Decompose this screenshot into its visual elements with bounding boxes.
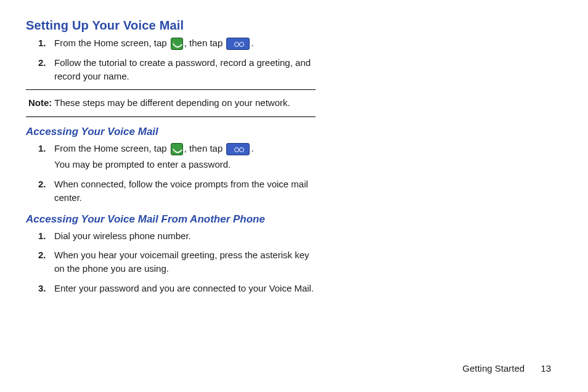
access-other-step-1: 1. Dial your wireless phone number. [54, 229, 316, 243]
phone-icon [171, 143, 183, 155]
step-text: When connected, follow the voice prompts… [54, 179, 308, 203]
step-number: 2. [38, 56, 46, 70]
access-step-2: 2. When connected, follow the voice prom… [54, 178, 316, 205]
step-text: Dial your wireless phone number. [54, 231, 191, 241]
footer-page-number: 13 [541, 363, 551, 374]
step-number: 3. [38, 282, 46, 295]
step-number: 1. [38, 142, 46, 155]
access-other-heading: Accessing Your Voice Mail From Another P… [26, 213, 316, 226]
step-number: 1. [38, 36, 46, 50]
step-text-part: From the Home screen, tap [54, 143, 169, 153]
setup-step-2: 2. Follow the tutorial to create a passw… [54, 56, 316, 83]
note-label: Note: [28, 97, 52, 108]
voicemail-icon [226, 143, 250, 155]
access-heading: Accessing Your Voice Mail [26, 126, 316, 138]
step-text: Enter your password and you are connecte… [54, 283, 314, 293]
step-text-part: . [251, 38, 253, 48]
step-number: 2. [38, 178, 46, 191]
footer-section: Getting Started [462, 363, 525, 374]
step-text-part: From the Home screen, tap [54, 38, 169, 48]
step-text-part: , then tap [184, 38, 226, 48]
note-block: Note: These steps may be different depen… [26, 89, 316, 118]
access-step-1: 1. From the Home screen, tap , then tap … [54, 142, 316, 171]
step-text: Follow the tutorial to create a password… [54, 57, 311, 81]
note-text: These steps may be different depending o… [52, 97, 290, 108]
setup-step-1: 1. From the Home screen, tap , then tap … [54, 36, 316, 50]
step-text-part: , then tap [184, 143, 226, 153]
voicemail-icon [226, 38, 250, 50]
step-subtext: You may be prompted to enter a password. [54, 158, 316, 171]
step-text-part: . [251, 143, 253, 153]
step-text: When you hear your voicemail greeting, p… [54, 250, 309, 274]
main-heading: Setting Up Your Voice Mail [26, 18, 316, 33]
phone-icon [171, 38, 183, 50]
access-other-step-2: 2. When you hear your voicemail greeting… [54, 248, 316, 276]
setup-steps: 1. From the Home screen, tap , then tap … [26, 36, 316, 83]
page-content: Setting Up Your Voice Mail 1. From the H… [26, 18, 316, 295]
access-other-steps: 1. Dial your wireless phone number. 2. W… [26, 229, 316, 295]
step-number: 1. [38, 229, 46, 243]
page-footer: Getting Started 13 [462, 363, 551, 374]
step-number: 2. [38, 248, 46, 262]
access-steps: 1. From the Home screen, tap , then tap … [26, 142, 316, 204]
access-other-step-3: 3. Enter your password and you are conne… [54, 282, 316, 295]
